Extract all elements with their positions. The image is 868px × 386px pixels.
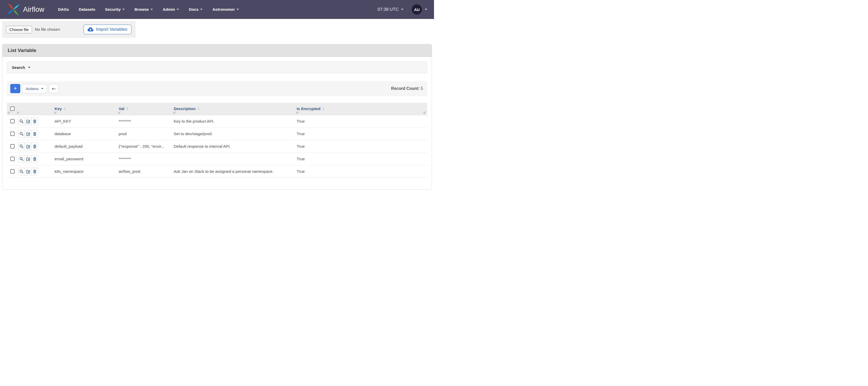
view-record-button[interactable] bbox=[18, 130, 25, 138]
delete-record-button[interactable] bbox=[32, 143, 38, 150]
cell-key: k8s_namespace bbox=[53, 165, 117, 178]
clock-label: 07:38 UTC bbox=[378, 7, 399, 12]
chevron-down-icon bbox=[150, 9, 153, 10]
trash-icon bbox=[33, 132, 37, 136]
row-checkbox[interactable] bbox=[10, 169, 14, 174]
trash-icon bbox=[33, 119, 37, 124]
airflow-variables-page: Airflow DAGs Datasets Security Browse Ad… bbox=[0, 0, 434, 193]
resize-handle[interactable] bbox=[17, 112, 20, 114]
cell-key: default_payload bbox=[53, 140, 117, 152]
chevron-down-icon bbox=[237, 9, 239, 10]
cell-val: ******** bbox=[117, 152, 173, 165]
cell-val: airflow_prod bbox=[117, 165, 173, 178]
view-record-button[interactable] bbox=[18, 143, 25, 150]
select-all-checkbox[interactable] bbox=[10, 106, 14, 111]
delete-record-button[interactable] bbox=[32, 168, 38, 175]
cell-val: ******** bbox=[117, 115, 173, 128]
user-menu[interactable]: AU bbox=[412, 4, 427, 14]
edit-icon bbox=[26, 170, 30, 174]
cell-is-encrypted: True bbox=[296, 128, 427, 140]
nav-item-browse[interactable]: Browse bbox=[130, 7, 158, 12]
airflow-brand[interactable]: Airflow bbox=[7, 3, 44, 16]
cloud-upload-icon bbox=[88, 27, 94, 32]
file-input[interactable]: Choose file No file chosen bbox=[6, 26, 60, 33]
resize-handle[interactable] bbox=[173, 112, 176, 114]
cell-key: API_KEY bbox=[53, 115, 117, 128]
sort-icon[interactable]: ↕ bbox=[126, 106, 129, 111]
row-checkbox[interactable] bbox=[10, 144, 14, 148]
cell-description: Ask Jan on Slack to be assigned a person… bbox=[173, 165, 296, 178]
column-header-key[interactable]: Key↕ bbox=[53, 103, 117, 115]
resize-handle[interactable] bbox=[118, 112, 121, 114]
variables-table: Key↕ Val↕ Description↕ Is Encrypted↕ bbox=[7, 103, 427, 178]
resize-handle[interactable] bbox=[296, 112, 299, 114]
edit-record-button[interactable] bbox=[25, 117, 32, 125]
clock-dropdown[interactable]: 07:38 UTC bbox=[378, 7, 404, 12]
page-title: List Variable bbox=[2, 44, 432, 57]
edit-record-button[interactable] bbox=[25, 168, 32, 175]
nav-item-label: Docs bbox=[189, 7, 198, 12]
view-record-button[interactable] bbox=[18, 155, 25, 163]
nav-item-docs[interactable]: Docs bbox=[184, 7, 208, 12]
airflow-pinwheel-logo bbox=[7, 3, 20, 16]
nav-item-astronomer[interactable]: Astronomer bbox=[208, 7, 244, 12]
delete-record-button[interactable] bbox=[32, 117, 38, 125]
import-variables-button[interactable]: Import Variables bbox=[84, 25, 131, 34]
nav-item-admin[interactable]: Admin bbox=[158, 7, 184, 12]
table-row: API_KEY ******** Key to the product API.… bbox=[7, 115, 427, 128]
row-checkbox[interactable] bbox=[10, 119, 14, 124]
cell-is-encrypted: True bbox=[296, 140, 427, 152]
brand-wordmark: Airflow bbox=[23, 6, 44, 13]
import-variables-label: Import Variables bbox=[96, 27, 127, 32]
table-header-row: Key↕ Val↕ Description↕ Is Encrypted↕ bbox=[7, 103, 427, 115]
view-record-button[interactable] bbox=[18, 168, 25, 175]
sort-icon[interactable]: ↕ bbox=[322, 106, 325, 111]
cell-is-encrypted: True bbox=[296, 152, 427, 165]
actions-label: Actions bbox=[26, 86, 38, 91]
column-header-description[interactable]: Description↕ bbox=[173, 103, 296, 115]
view-record-button[interactable] bbox=[18, 117, 25, 125]
search-icon bbox=[20, 170, 24, 174]
trash-icon bbox=[33, 144, 37, 148]
table-row: database prod Set to dev/stage/prod. Tru… bbox=[7, 128, 427, 140]
chevron-down-icon bbox=[425, 9, 427, 10]
sort-icon[interactable]: ↕ bbox=[197, 106, 200, 111]
resize-handle[interactable] bbox=[54, 112, 57, 114]
column-header-is-encrypted[interactable]: Is Encrypted↕ bbox=[296, 103, 427, 115]
record-count-label: Record Count: bbox=[391, 86, 420, 91]
nav-item-label: Astronomer bbox=[212, 7, 235, 12]
row-action-group bbox=[18, 143, 38, 150]
edit-record-button[interactable] bbox=[25, 155, 32, 163]
resize-handle[interactable] bbox=[424, 112, 426, 114]
nav-menu: DAGs Datasets Security Browse Admin Docs… bbox=[53, 7, 244, 12]
row-checkbox[interactable] bbox=[10, 156, 14, 161]
sort-icon[interactable]: ↕ bbox=[63, 106, 66, 111]
column-header-val[interactable]: Val↕ bbox=[117, 103, 173, 115]
nav-item-datasets[interactable]: Datasets bbox=[74, 7, 100, 12]
edit-record-button[interactable] bbox=[25, 143, 32, 150]
edit-icon bbox=[26, 119, 30, 124]
record-count: Record Count: 5 bbox=[391, 86, 423, 91]
cell-description: Key to the product API. bbox=[173, 115, 296, 128]
cell-is-encrypted: True bbox=[296, 115, 427, 128]
actions-dropdown-button[interactable]: Actions bbox=[22, 84, 47, 93]
avatar[interactable]: AU bbox=[412, 4, 422, 14]
nav-item-dags[interactable]: DAGs bbox=[53, 7, 74, 12]
search-collapse[interactable]: Search bbox=[7, 62, 427, 73]
nav-item-label: Security bbox=[105, 7, 121, 12]
row-checkbox[interactable] bbox=[10, 132, 14, 136]
delete-record-button[interactable] bbox=[32, 155, 38, 163]
choose-file-button[interactable]: Choose file bbox=[6, 26, 32, 33]
back-button[interactable]: ← bbox=[49, 84, 59, 93]
add-record-button[interactable]: + bbox=[10, 84, 20, 93]
row-action-group bbox=[18, 130, 38, 138]
nav-item-security[interactable]: Security bbox=[100, 7, 130, 12]
resize-handle[interactable] bbox=[8, 112, 10, 114]
table-row: k8s_namespace airflow_prod Ask Jan on Sl… bbox=[7, 165, 427, 178]
top-navbar: Airflow DAGs Datasets Security Browse Ad… bbox=[0, 0, 434, 19]
record-count-value: 5 bbox=[421, 86, 423, 91]
edit-record-button[interactable] bbox=[25, 130, 32, 138]
trash-icon bbox=[33, 170, 37, 174]
edit-icon bbox=[26, 157, 30, 161]
delete-record-button[interactable] bbox=[32, 130, 38, 138]
